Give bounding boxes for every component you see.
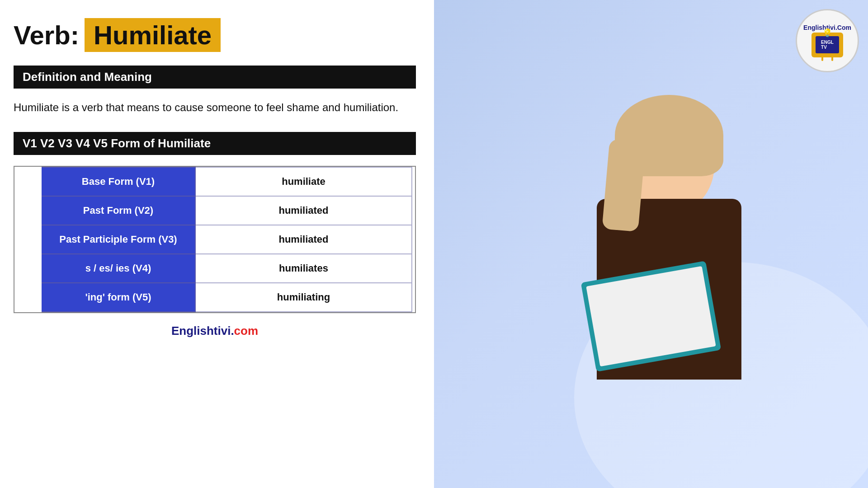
table-row: 'ing' form (V5)humiliating: [42, 283, 412, 312]
form-label-cell: s / es/ ies (V4): [42, 254, 195, 283]
form-label-cell: Past Participle Form (V3): [42, 225, 195, 254]
table-row: Base Form (V1)humiliate: [42, 167, 412, 196]
logo-tv-screen: ENGLTV: [816, 36, 839, 53]
title-area: Verb: Humiliate: [14, 18, 416, 52]
logo-tv-leg-right: [831, 56, 833, 61]
right-panel: Englishtivi.Com 💡 ENGLTV: [434, 0, 868, 488]
form-value-cell: humiliates: [195, 254, 412, 283]
form-label-cell: Base Form (V1): [42, 167, 195, 196]
logo-bulb-icon: 💡: [822, 28, 832, 38]
footer-brand: Englishtivi.com: [14, 324, 416, 338]
logo-tv-leg-left: [821, 56, 823, 61]
table-row: Past Form (V2)humiliated: [42, 196, 412, 225]
brand-dot: .: [231, 324, 234, 338]
form-value-cell: humiliate: [195, 167, 412, 196]
logo-tv: 💡 ENGLTV: [811, 33, 843, 57]
form-value-cell: humiliated: [195, 225, 412, 254]
definition-text: Humiliate is a verb that means to cause …: [14, 99, 416, 116]
left-panel: Verb: Humiliate Definition and Meaning H…: [0, 0, 434, 488]
logo-tv-text: ENGLTV: [821, 40, 834, 50]
form-label-cell: Past Form (V2): [42, 196, 195, 225]
table-row: s / es/ ies (V4)humiliates: [42, 254, 412, 283]
forms-heading: V1 V2 V3 V4 V5 Form of Humiliate: [14, 132, 416, 155]
verb-forms-table: Base Form (V1)humiliatePast Form (V2)hum…: [42, 167, 412, 312]
brand-dark: Englishtivi: [171, 324, 231, 338]
verb-label: Verb:: [14, 20, 79, 50]
table-row: Past Participle Form (V3)humiliated: [42, 225, 412, 254]
form-value-cell: humiliated: [195, 196, 412, 225]
person-book-inner: [586, 266, 716, 366]
person-hair: [615, 95, 723, 176]
form-label-cell: 'ing' form (V5): [42, 283, 195, 312]
verb-word: Humiliate: [85, 18, 221, 52]
right-panel-bg: Englishtivi.Com 💡 ENGLTV: [434, 0, 868, 488]
brand-red: com: [234, 324, 258, 338]
verb-forms-table-wrapper: Base Form (V1)humiliatePast Form (V2)hum…: [14, 166, 416, 313]
form-value-cell: humiliating: [195, 283, 412, 312]
logo-tv-legs: [821, 56, 833, 61]
logo-circle: Englishtivi.Com 💡 ENGLTV: [796, 9, 859, 72]
definition-heading: Definition and Meaning: [14, 66, 416, 89]
person-figure: [542, 81, 814, 488]
